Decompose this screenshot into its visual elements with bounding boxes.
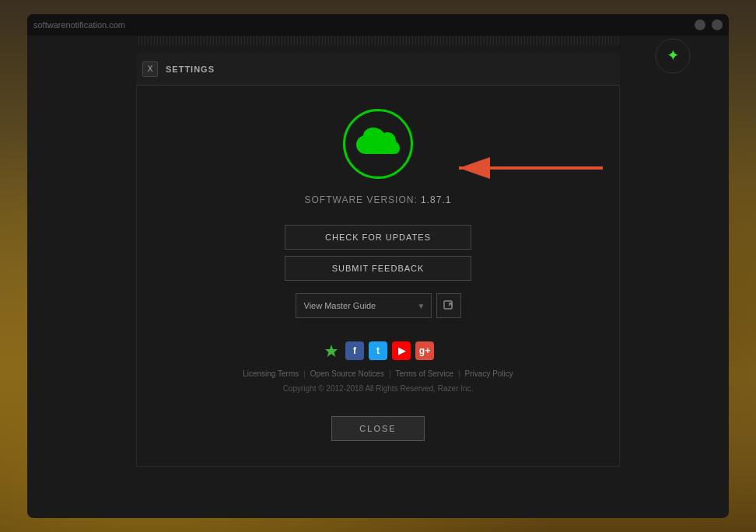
cloud-icon	[355, 124, 401, 163]
copyright-text: Copyright © 2012-2018 All Rights Reserve…	[283, 384, 474, 393]
top-bar-right	[695, 19, 723, 30]
guide-row: View Master Guide Beginner Guide Advance…	[296, 293, 461, 318]
submit-feedback-button[interactable]: SUBMIT FEEDBACK	[285, 256, 471, 281]
guide-select[interactable]: View Master Guide Beginner Guide Advance…	[296, 293, 432, 318]
googleplus-icon[interactable]: g+	[415, 341, 434, 360]
social-icons-row: f t ▶ g+	[322, 341, 434, 360]
check-updates-button[interactable]: CHECK FOR UPDATES	[285, 225, 471, 250]
texture-strip	[136, 36, 620, 45]
minimize-icon[interactable]	[695, 19, 705, 30]
privacy-policy-link[interactable]: Privacy Policy	[465, 369, 513, 378]
software-version: SOFTWARE VERSION: 1.87.1	[305, 194, 452, 205]
main-content: SOFTWARE VERSION: 1.87.1 CHECK FOR UPDAT…	[136, 86, 620, 467]
guide-open-button[interactable]	[436, 293, 461, 318]
svg-text:✦: ✦	[667, 47, 680, 64]
svg-rect-2	[444, 301, 452, 309]
facebook-icon[interactable]: f	[345, 341, 364, 360]
guide-select-wrapper[interactable]: View Master Guide Beginner Guide Advance…	[296, 293, 432, 318]
settings-close-button[interactable]: X	[142, 61, 158, 77]
version-number: 1.87.1	[421, 194, 451, 205]
open-source-notices-link[interactable]: Open Source Notices	[310, 369, 384, 378]
separator-1: |	[303, 369, 306, 378]
twitter-icon[interactable]: t	[369, 341, 387, 360]
separator-2: |	[389, 369, 391, 378]
licensing-terms-link[interactable]: Licensing Terms	[243, 369, 299, 378]
separator-3: |	[458, 369, 460, 378]
settings-header: X SETTINGS	[136, 53, 620, 86]
cloud-icon-container	[343, 109, 413, 179]
version-label: SOFTWARE VERSION:	[305, 194, 418, 205]
external-link-icon	[443, 299, 455, 312]
settings-title: SETTINGS	[166, 65, 215, 74]
close-button[interactable]: CLOSE	[331, 416, 425, 441]
footer-links: Licensing Terms | Open Source Notices | …	[243, 369, 513, 378]
razer-corner-logo: ✦	[654, 37, 691, 75]
maximize-icon[interactable]	[712, 19, 723, 30]
youtube-icon[interactable]: ▶	[392, 341, 411, 360]
terms-of-service-link[interactable]: Terms of Service	[396, 369, 453, 378]
top-bar: softwarenotification.com	[27, 14, 729, 36]
window-title: softwarenotification.com	[33, 20, 125, 30]
razer-social-icon[interactable]	[322, 341, 341, 360]
app-window: softwarenotification.com ✦ X SETTINGS SO…	[27, 14, 729, 518]
top-bar-left: softwarenotification.com	[33, 20, 125, 30]
